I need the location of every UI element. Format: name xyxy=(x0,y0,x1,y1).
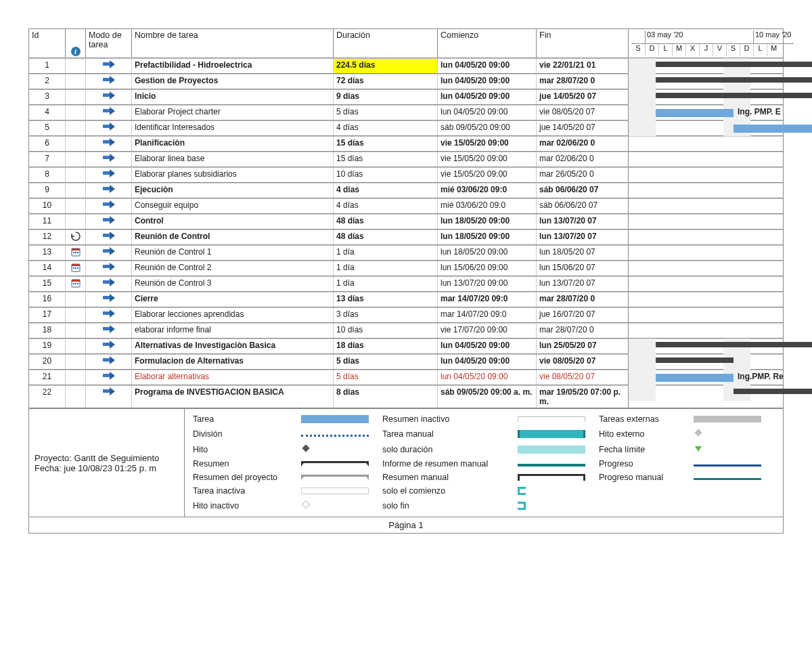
cell-finish[interactable]: mar 26/05/20 0 xyxy=(537,167,629,182)
task-row[interactable]: 15Reunión de Control 31 díalun 13/07/20 … xyxy=(29,276,783,292)
cell-mode[interactable] xyxy=(86,136,132,151)
cell-start[interactable]: lun 04/05/20 09:00 xyxy=(438,354,537,369)
cell-duration[interactable]: 3 días xyxy=(334,307,438,322)
cell-mode[interactable] xyxy=(86,323,132,338)
cell-id[interactable]: 21 xyxy=(29,370,66,385)
cell-timeline[interactable] xyxy=(629,198,783,213)
cell-mode[interactable] xyxy=(86,198,132,213)
cell-timeline[interactable] xyxy=(629,261,783,276)
cell-id[interactable]: 14 xyxy=(29,261,66,276)
cell-timeline[interactable] xyxy=(629,214,783,229)
cell-duration[interactable]: 9 días xyxy=(334,89,438,104)
cell-id[interactable]: 12 xyxy=(29,230,66,244)
cell-id[interactable]: 22 xyxy=(29,385,66,408)
cell-mode[interactable] xyxy=(86,105,132,120)
cell-finish[interactable]: mar 28/07/20 0 xyxy=(537,292,629,307)
cell-finish[interactable]: vie 08/05/20 07 xyxy=(537,105,629,120)
cell-finish[interactable]: mar 02/06/20 0 xyxy=(537,152,629,167)
cell-start[interactable]: mar 14/07/20 09:0 xyxy=(438,292,537,307)
cell-id[interactable]: 11 xyxy=(29,214,66,229)
cell-timeline[interactable] xyxy=(629,89,783,104)
cell-task-name[interactable]: Reunión de Control 2 xyxy=(132,261,334,276)
cell-start[interactable]: lun 04/05/20 09:00 xyxy=(438,74,537,89)
cell-duration[interactable]: 1 día xyxy=(334,245,438,260)
cell-mode[interactable] xyxy=(86,167,132,182)
cell-id[interactable]: 18 xyxy=(29,323,66,338)
cell-start[interactable]: vie 15/05/20 09:00 xyxy=(438,136,537,151)
task-row[interactable]: 8Elaborar planes subsidiarios10 díasvie … xyxy=(29,167,783,183)
cell-task-name[interactable]: Planificaciòn xyxy=(132,136,334,151)
cell-id[interactable]: 5 xyxy=(29,121,66,135)
col-finish[interactable]: Fin xyxy=(537,29,629,58)
task-row[interactable]: 1Prefactibilidad - Hidroelectrica224.5 d… xyxy=(29,58,783,74)
cell-id[interactable]: 7 xyxy=(29,152,66,167)
task-row[interactable]: 16Cierre13 díasmar 14/07/20 09:0mar 28/0… xyxy=(29,292,783,307)
task-row[interactable]: 9Ejecuciòn4 díasmié 03/06/20 09:0sáb 06/… xyxy=(29,183,783,198)
cell-mode[interactable] xyxy=(86,230,132,244)
cell-finish[interactable]: jue 14/05/20 07 xyxy=(537,89,629,104)
cell-start[interactable]: vie 17/07/20 09:00 xyxy=(438,323,537,338)
cell-duration[interactable]: 4 días xyxy=(334,198,438,213)
cell-duration[interactable]: 10 días xyxy=(334,323,438,338)
cell-finish[interactable]: lun 13/07/20 07 xyxy=(537,230,629,244)
cell-finish[interactable]: jue 16/07/20 07 xyxy=(537,307,629,322)
cell-start[interactable]: sáb 09/05/20 09:00 xyxy=(438,121,537,135)
cell-finish[interactable]: sáb 06/06/20 07 xyxy=(537,183,629,198)
cell-task-name[interactable]: Prefactibilidad - Hidroelectrica xyxy=(132,58,334,73)
task-row[interactable]: 10Conseguir equipo4 díasmié 03/06/20 09:… xyxy=(29,198,783,214)
cell-finish[interactable]: vie 22/01/21 01 xyxy=(537,58,629,73)
cell-start[interactable]: lun 04/05/20 09:00 xyxy=(438,370,537,385)
cell-mode[interactable] xyxy=(86,245,132,260)
task-row[interactable]: 5Identificar Interesados4 díassáb 09/05/… xyxy=(29,121,783,136)
col-start[interactable]: Comienzo xyxy=(438,29,537,58)
cell-mode[interactable] xyxy=(86,58,132,73)
cell-duration[interactable]: 5 días xyxy=(334,105,438,120)
cell-finish[interactable]: lun 18/05/20 07 xyxy=(537,245,629,260)
cell-duration[interactable]: 72 días xyxy=(334,74,438,89)
cell-timeline[interactable] xyxy=(629,121,783,135)
cell-timeline[interactable] xyxy=(629,167,783,182)
cell-finish[interactable]: sáb 06/06/20 07 xyxy=(537,198,629,213)
cell-duration[interactable]: 8 días xyxy=(334,385,438,408)
col-duration[interactable]: Duración xyxy=(334,29,438,58)
cell-timeline[interactable] xyxy=(629,183,783,198)
cell-start[interactable]: lun 04/05/20 09:00 xyxy=(438,339,537,353)
cell-finish[interactable]: vie 08/05/20 07 xyxy=(537,354,629,369)
cell-duration[interactable]: 4 días xyxy=(334,121,438,135)
timeline-header[interactable]: 03 may '2010 may '20 SDLMXJVSDLM xyxy=(629,29,796,58)
cell-start[interactable]: lun 15/06/20 09:00 xyxy=(438,261,537,276)
cell-duration[interactable]: 18 días xyxy=(334,339,438,353)
cell-timeline[interactable] xyxy=(629,245,783,260)
cell-duration[interactable]: 13 días xyxy=(334,292,438,307)
cell-finish[interactable]: lun 15/06/20 07 xyxy=(537,261,629,276)
cell-duration[interactable]: 15 días xyxy=(334,152,438,167)
cell-start[interactable]: mié 03/06/20 09:0 xyxy=(438,198,537,213)
cell-task-name[interactable]: Inicio xyxy=(132,89,334,104)
col-mode[interactable]: Modo de tarea xyxy=(86,29,132,58)
task-row[interactable]: 19Alternativas de Investigaciòn Basica18… xyxy=(29,339,783,354)
cell-task-name[interactable]: elaborar informe final xyxy=(132,323,334,338)
cell-task-name[interactable]: Cierre xyxy=(132,292,334,307)
cell-duration[interactable]: 224.5 días xyxy=(334,58,438,73)
cell-task-name[interactable]: Conseguir equipo xyxy=(132,198,334,213)
cell-finish[interactable]: lun 13/07/20 07 xyxy=(537,214,629,229)
cell-timeline[interactable] xyxy=(629,354,783,369)
cell-id[interactable]: 20 xyxy=(29,354,66,369)
task-row[interactable]: 6Planificaciòn15 díasvie 15/05/20 09:00m… xyxy=(29,136,783,152)
cell-timeline[interactable] xyxy=(629,292,783,307)
task-row[interactable]: 20Formulacion de Alternativas5 díaslun 0… xyxy=(29,354,783,370)
cell-finish[interactable]: vie 08/05/20 07 xyxy=(537,370,629,385)
cell-mode[interactable] xyxy=(86,307,132,322)
cell-duration[interactable]: 1 día xyxy=(334,276,438,291)
cell-timeline[interactable] xyxy=(629,74,783,89)
cell-task-name[interactable]: Programa de INVESTIGACION BASICA xyxy=(132,385,334,408)
cell-task-name[interactable]: Identificar Interesados xyxy=(132,121,334,135)
cell-mode[interactable] xyxy=(86,276,132,291)
cell-id[interactable]: 10 xyxy=(29,198,66,213)
cell-mode[interactable] xyxy=(86,292,132,307)
cell-timeline[interactable] xyxy=(629,136,783,151)
cell-timeline[interactable]: Ing. PMP. E xyxy=(629,105,783,120)
cell-id[interactable]: 17 xyxy=(29,307,66,322)
cell-start[interactable]: lun 04/05/20 09:00 xyxy=(438,58,537,73)
cell-mode[interactable] xyxy=(86,183,132,198)
